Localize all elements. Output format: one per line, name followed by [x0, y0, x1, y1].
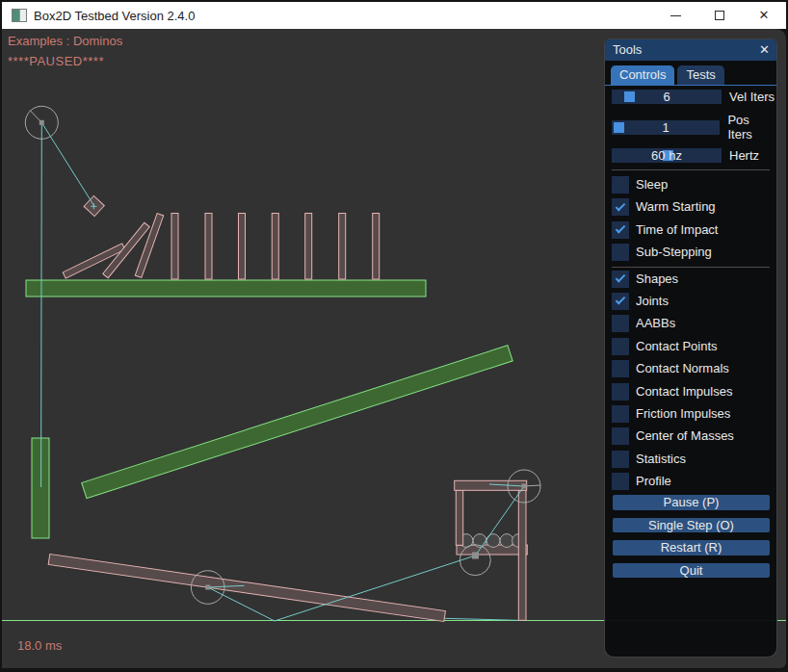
vel-iters-track[interactable]: 6 [612, 90, 722, 104]
body-center-marker [205, 585, 210, 590]
pause-button[interactable]: Pause (P) [613, 495, 770, 510]
slider-pos-iters: 1 Pos Iters [612, 113, 776, 142]
domino-standing-7[interactable] [373, 214, 380, 280]
checkbox-box[interactable] [612, 427, 629, 445]
pos-iters-value: 1 [612, 120, 720, 135]
body-center-marker [522, 484, 527, 489]
checkbox-friction-impulses[interactable]: Friction Impulses [612, 405, 776, 423]
checkbox-box[interactable] [612, 360, 629, 377]
checkbox-center-of-masses[interactable]: Center of Masses [612, 427, 776, 445]
slider-hertz: 60 hz Hertz [612, 148, 776, 163]
separator [612, 169, 770, 170]
green-pillar [32, 438, 49, 538]
hertz-label: Hertz [729, 148, 759, 163]
checkbox-box[interactable] [612, 176, 629, 194]
vel-iters-label: Vel Iters [729, 90, 775, 104]
separator [612, 267, 770, 268]
paused-label: ****PAUSED**** [8, 54, 104, 68]
check-icon [616, 201, 626, 212]
domino-standing-3[interactable] [239, 214, 246, 280]
stand-right-post[interactable] [518, 490, 526, 620]
close-icon: ✕ [759, 2, 770, 29]
vertical-rope [41, 122, 42, 487]
pos-iters-label: Pos Iters [727, 113, 776, 142]
domino-standing-5[interactable] [305, 214, 312, 280]
dominoes-platform [26, 280, 426, 297]
tab-controls[interactable]: Controls [611, 65, 674, 85]
hertz-track[interactable]: 60 hz [612, 148, 722, 163]
check-icon [616, 295, 626, 305]
checkbox-box[interactable] [612, 221, 629, 239]
maximize-icon [715, 11, 724, 20]
pendulum-rope [41, 122, 93, 205]
check-icon [616, 272, 626, 283]
app-icon [12, 9, 27, 22]
green-ramp-plank [82, 346, 512, 499]
window-titlebar[interactable]: Box2D Testbed Version 2.4.0 ✕ [2, 2, 786, 29]
hertz-value: 60 hz [612, 148, 722, 163]
checkbox-joints[interactable]: Joints [612, 293, 776, 310]
checkbox-shapes[interactable]: Shapes [612, 271, 776, 288]
tools-panel: Tools ✕ Controls Tests 6 Vel Iters 1 Pos… [604, 39, 777, 658]
minimize-button[interactable] [653, 2, 697, 29]
domino-standing-1[interactable] [171, 214, 178, 280]
checkbox-box[interactable] [612, 451, 629, 468]
tools-panel-title: Tools [613, 42, 642, 57]
domino-standing-6[interactable] [339, 214, 346, 280]
checkbox-statistics[interactable]: Statistics [612, 451, 776, 468]
domino-fallen-3[interactable] [135, 214, 163, 278]
seesaw-plank[interactable] [48, 554, 445, 621]
domino-standing-4[interactable] [272, 214, 278, 280]
checkbox-box[interactable] [612, 473, 629, 490]
restart-button[interactable]: Restart (R) [613, 540, 770, 556]
tab-tests[interactable]: Tests [677, 65, 723, 85]
checkbox-box[interactable] [612, 338, 629, 355]
single-step-button[interactable]: Single Step (O) [613, 518, 770, 533]
checkbox-box[interactable] [612, 271, 629, 288]
stand-left-post[interactable] [456, 490, 462, 545]
checkbox-sleep[interactable]: Sleep [612, 176, 776, 194]
example-label: Examples : Dominos [8, 34, 122, 48]
vel-iters-value: 6 [612, 90, 722, 104]
frame-time-label: 18.0 ms [17, 638, 62, 653]
check-icon [616, 223, 626, 234]
checkbox-box[interactable] [612, 293, 629, 310]
maximize-button[interactable] [697, 2, 742, 29]
minimize-icon [670, 15, 681, 16]
checkbox-time-of-impact[interactable]: Time of Impact [612, 221, 776, 239]
checkbox-box[interactable] [612, 315, 629, 332]
ball-4[interactable] [500, 534, 513, 548]
checkbox-contact-points[interactable]: Contact Points [612, 338, 776, 355]
checkbox-profile[interactable]: Profile [612, 473, 776, 490]
domino-standing-2[interactable] [205, 214, 212, 280]
panel-close-icon[interactable]: ✕ [759, 39, 770, 61]
close-button[interactable]: ✕ [742, 2, 786, 29]
checkbox-warm-starting[interactable]: Warm Starting [612, 198, 776, 216]
checkbox-contact-normals[interactable]: Contact Normals [612, 360, 776, 377]
checkbox-box[interactable] [612, 405, 629, 423]
body-center-marker [472, 553, 479, 559]
checkbox-box[interactable] [612, 198, 629, 216]
slider-vel-iters: 6 Vel Iters [612, 90, 776, 104]
checkbox-contact-impulses[interactable]: Contact Impulses [612, 383, 776, 401]
checkbox-box[interactable] [612, 244, 629, 261]
checkbox-aabbs[interactable]: AABBs [612, 315, 776, 332]
body-center-marker [39, 120, 44, 125]
window-title: Box2D Testbed Version 2.4.0 [34, 9, 195, 23]
panel-tabs: Controls Tests [605, 65, 776, 86]
quit-button[interactable]: Quit [613, 563, 770, 579]
pos-iters-track[interactable]: 1 [612, 120, 720, 135]
checkbox-box[interactable] [612, 383, 629, 401]
tools-panel-titlebar[interactable]: Tools ✕ [605, 39, 776, 61]
checkbox-sub-stepping[interactable]: Sub-Stepping [612, 244, 776, 261]
